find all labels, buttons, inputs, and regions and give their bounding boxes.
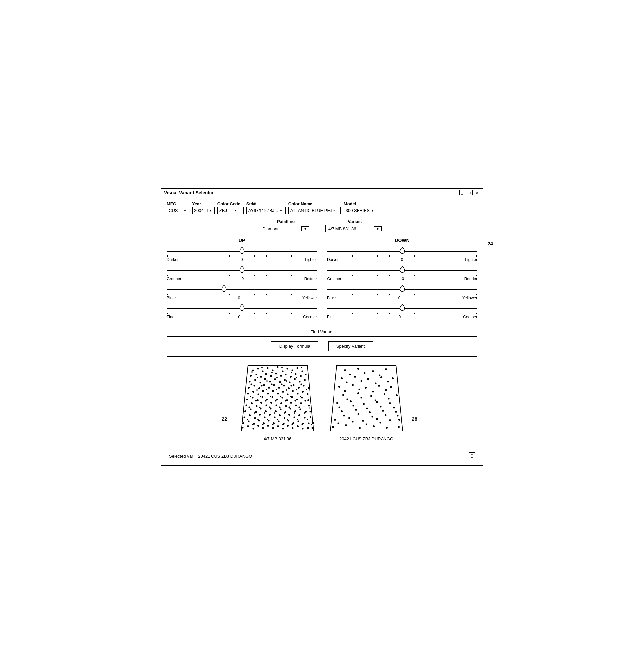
down-label-center-2: 0	[401, 277, 404, 281]
down-handle-2-icon[interactable]	[400, 266, 405, 273]
svg-point-157	[251, 384, 252, 386]
std-field: Std# AY97/112ZBJ .. ▼	[246, 201, 286, 214]
svg-point-7	[282, 371, 283, 372]
svg-point-205	[302, 424, 303, 425]
svg-point-150	[271, 372, 273, 373]
variant-dropdown-arrow[interactable]: ▼	[374, 226, 382, 231]
svg-point-191	[299, 407, 300, 408]
up-label-center-1: 0	[241, 257, 243, 262]
restore-button[interactable]: □	[467, 190, 473, 195]
swatch-right-shape	[327, 362, 406, 434]
up-track-4	[167, 303, 317, 313]
svg-point-98	[294, 410, 296, 412]
svg-point-198	[267, 419, 268, 420]
svg-point-274	[397, 415, 399, 417]
up-handle-4-icon[interactable]	[240, 304, 245, 311]
color-name-value: ATLANTIC BLUE PE.	[291, 208, 331, 213]
svg-point-132	[247, 425, 249, 427]
svg-point-104	[254, 417, 256, 419]
down-label-center-4: 0	[398, 315, 400, 319]
svg-point-275	[338, 422, 340, 424]
up-label-right-1: Lighter	[305, 257, 317, 262]
paintline-select[interactable]: Diamont ▼	[259, 225, 312, 232]
svg-point-174	[275, 400, 277, 402]
svg-point-181	[249, 407, 250, 408]
svg-point-229	[350, 400, 352, 402]
svg-point-278	[380, 422, 381, 423]
down-label-left-4: Finer	[327, 315, 336, 319]
mfg-select[interactable]: CUS ▼	[167, 207, 189, 214]
svg-point-152	[281, 367, 282, 368]
svg-point-264	[388, 398, 390, 399]
down-label-left-3: Bluer	[327, 296, 336, 300]
svg-point-50	[252, 391, 254, 393]
down-handle-1-icon[interactable]	[400, 247, 405, 254]
mfg-dropdown-arrow[interactable]: ▼	[182, 209, 187, 212]
color-name-dropdown-arrow[interactable]: ▼	[331, 209, 337, 212]
svg-point-217	[392, 377, 394, 379]
down-handle-3-icon[interactable]	[400, 285, 405, 292]
up-handle-1-icon[interactable]	[240, 247, 245, 254]
svg-point-238	[334, 419, 336, 421]
std-dropdown-arrow[interactable]: ▼	[278, 209, 283, 212]
svg-point-204	[297, 419, 298, 420]
close-button[interactable]: ✕	[474, 190, 480, 195]
minimize-button[interactable]: _	[459, 190, 465, 195]
svg-point-92	[265, 410, 267, 412]
svg-point-251	[364, 372, 366, 374]
color-name-select[interactable]: ATLANTIC BLUE PE. ▼	[289, 207, 341, 214]
svg-point-185	[269, 407, 271, 408]
svg-point-266	[352, 405, 354, 407]
find-variant-button[interactable]: Find Variant	[167, 327, 477, 337]
sliders-section: UP	[167, 238, 477, 323]
svg-point-90	[255, 411, 257, 413]
svg-point-73	[301, 397, 303, 398]
svg-point-114	[304, 417, 305, 419]
model-select[interactable]: 300 SERIES ▼	[344, 207, 377, 214]
status-scroll-up[interactable]: ▲	[469, 453, 475, 457]
up-track-line-2	[167, 270, 317, 271]
svg-point-34	[299, 381, 301, 383]
status-scrollbar[interactable]: ▲ ▼	[469, 452, 475, 460]
status-scroll-down[interactable]: ▼	[469, 457, 475, 460]
svg-point-158	[256, 389, 257, 391]
paintline-dropdown-arrow[interactable]: ▼	[301, 226, 309, 231]
down-handle-4-icon[interactable]	[400, 304, 405, 311]
svg-point-259	[372, 391, 374, 393]
svg-point-106	[264, 417, 266, 418]
std-select[interactable]: AY97/112ZBJ .. ▼	[246, 207, 286, 214]
svg-point-112	[294, 417, 295, 418]
svg-point-210	[357, 368, 359, 370]
svg-point-101	[309, 411, 311, 413]
svg-point-173	[270, 396, 271, 397]
svg-point-225	[370, 395, 372, 397]
specify-variant-button[interactable]: Specify Variant	[328, 341, 373, 351]
svg-point-159	[261, 385, 263, 387]
svg-point-240	[362, 420, 364, 422]
svg-point-141	[292, 427, 294, 429]
color-code-dropdown-arrow[interactable]: ▼	[233, 209, 238, 212]
svg-point-276	[352, 421, 353, 422]
svg-point-230	[363, 403, 365, 405]
status-bar: Selected Var = 20421 CUS ZBJ DURANGO ▲ ▼	[167, 451, 477, 461]
svg-point-99	[300, 409, 301, 410]
std-value: AY97/112ZBJ ..	[248, 208, 278, 213]
up-label-right-4: Coarser	[303, 315, 317, 319]
year-dropdown-arrow[interactable]: ▼	[207, 209, 213, 212]
svg-point-78	[260, 402, 262, 404]
svg-point-189	[289, 407, 291, 408]
year-select[interactable]: 2004 ▼	[192, 207, 215, 214]
variant-select[interactable]: 4/7 MB 831.36 ▼	[325, 225, 385, 232]
swatch-right: 20421 CUS ZBJ DURANGO 28	[327, 362, 406, 441]
model-dropdown-arrow[interactable]: ▼	[370, 209, 375, 212]
svg-point-136	[267, 425, 269, 427]
down-label-left-2: Greener	[327, 277, 341, 281]
up-track-2	[167, 265, 317, 275]
svg-point-70	[286, 399, 288, 401]
up-handle-3-icon[interactable]	[222, 285, 226, 292]
color-code-select[interactable]: ZBJ ▼	[217, 207, 244, 214]
svg-point-111	[289, 414, 291, 416]
up-handle-2-icon[interactable]	[240, 266, 245, 273]
svg-point-248	[386, 427, 388, 429]
display-formula-button[interactable]: Display Formula	[271, 341, 318, 351]
